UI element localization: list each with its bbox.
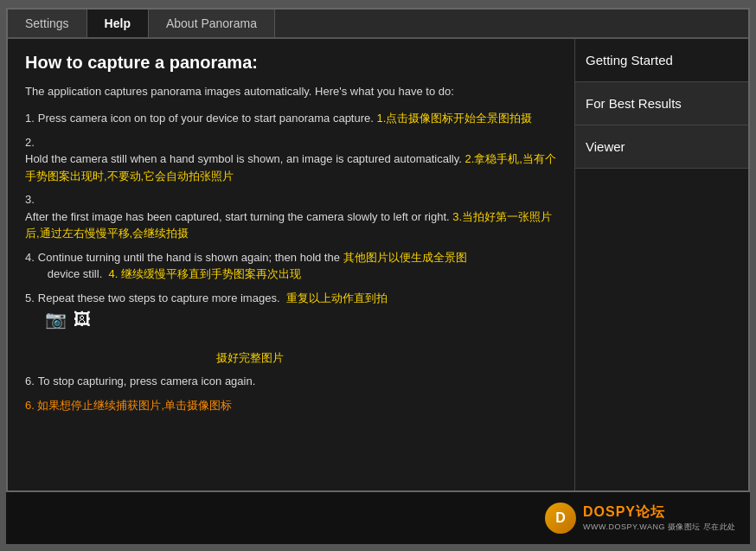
logo-icon: D	[545, 503, 576, 534]
tab-help[interactable]: Help	[87, 10, 149, 37]
logo-area: D DOSPY论坛 WWW.DOSPY.WANG 摄像图坛 尽在此处	[545, 503, 736, 534]
chinese-1: 1.点击摄像图标开始全景图拍摄	[377, 112, 533, 125]
list-num: 4.	[25, 249, 35, 283]
list-item: 5. Repeat these two steps to capture mor…	[25, 290, 557, 367]
list-item: 3. After the first image has been captur…	[25, 191, 557, 242]
list-num: 5.	[25, 290, 35, 367]
list-item: 1. Press camera icon on top of your devi…	[25, 110, 557, 127]
sidebar-btn-best-results[interactable]: For Best Results	[575, 82, 748, 125]
chinese-6: 6. 如果想停止继续捕获图片,单击摄像图标	[25, 397, 232, 414]
sidebar-btn-getting-started[interactable]: Getting Started	[575, 39, 748, 82]
tab-settings[interactable]: Settings	[8, 10, 87, 37]
chinese-5b: 摄好完整图片	[216, 351, 284, 364]
list-num: 1.	[25, 110, 35, 127]
icons-row: 📷 🖼	[42, 306, 388, 332]
chinese-5: 重复以上动作直到拍	[286, 292, 388, 304]
list-item: 2. Hold the camera still when a hand sym…	[25, 134, 557, 185]
list-item: 4. Continue turning until the hand is sh…	[25, 249, 557, 283]
chinese-4b: 4. 继续缓慢平移直到手势图案再次出现	[108, 267, 300, 280]
chinese-3: 3.当拍好第一张照片后,通过左右慢慢平移,会继续拍摄	[25, 210, 552, 240]
list-item-chinese-6: 6. 如果想停止继续捕获图片,单击摄像图标	[25, 397, 557, 414]
right-sidebar: Getting Started For Best Results Viewer	[575, 39, 748, 490]
chinese-4a: 其他图片以便生成全景图	[343, 251, 467, 264]
tab-bar: Settings Help About Panorama	[8, 10, 748, 39]
tab-about[interactable]: About Panorama	[149, 10, 275, 37]
logo-sub-text: WWW.DOSPY.WANG 摄像图坛 尽在此处	[583, 522, 736, 533]
list-item: 6. To stop capturing, press camera icon …	[25, 373, 557, 390]
page-title: How to capture a panorama:	[25, 53, 557, 73]
logo-main-text: DOSPY论坛	[583, 503, 736, 522]
list-num: 2.	[25, 134, 35, 151]
list-num: 6.	[25, 373, 35, 390]
intro-text: The application captures panorama images…	[25, 83, 557, 100]
main-content: How to capture a panorama: The applicati…	[8, 39, 748, 490]
left-panel: How to capture a panorama: The applicati…	[8, 39, 575, 490]
chinese-2: 2.拿稳手机,当有个手势图案出现时,不要动,它会自动拍张照片	[25, 152, 556, 183]
camera-icon: 📷	[45, 306, 67, 332]
sidebar-btn-viewer[interactable]: Viewer	[575, 125, 748, 169]
bottom-bar: D DOSPY论坛 WWW.DOSPY.WANG 摄像图坛 尽在此处	[6, 492, 750, 544]
instructions-list: 1. Press camera icon on top of your devi…	[25, 110, 557, 413]
logo-text: DOSPY论坛 WWW.DOSPY.WANG 摄像图坛 尽在此处	[583, 503, 736, 533]
image-icon: 🖼	[74, 306, 91, 332]
list-num: 3.	[25, 191, 35, 208]
